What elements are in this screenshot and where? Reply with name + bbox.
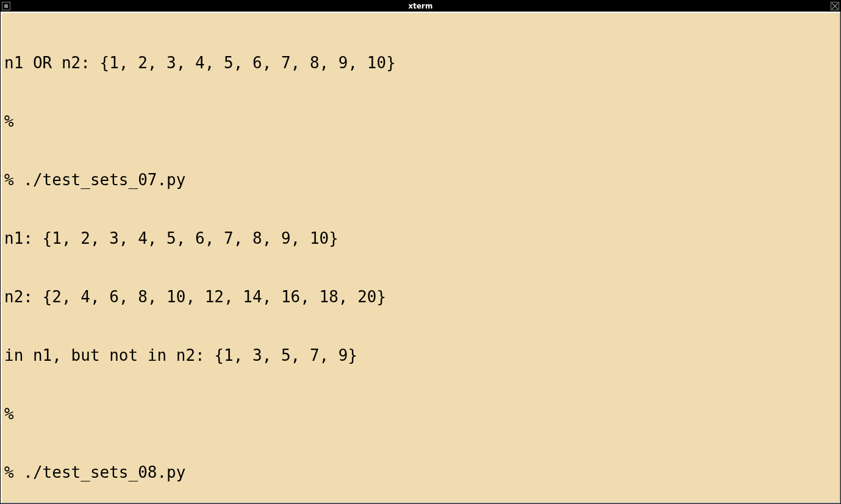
terminal-line: % ./test_sets_08.py (4, 463, 837, 482)
terminal-line: % (4, 404, 837, 424)
terminal-window: xterm n1 OR n2: {1, 2, 3, 4, 5, 6, 7, 8,… (0, 0, 841, 504)
terminal-line: n2: {2, 4, 6, 8, 10, 12, 14, 16, 18, 20} (4, 287, 837, 307)
terminal-line: % (4, 112, 837, 131)
window-title: xterm (408, 2, 432, 10)
terminal-line: n1: {1, 2, 3, 4, 5, 6, 7, 8, 9, 10} (4, 229, 837, 248)
terminal-pane[interactable]: n1 OR n2: {1, 2, 3, 4, 5, 6, 7, 8, 9, 10… (1, 12, 840, 503)
terminal-line: n1 OR n2: {1, 2, 3, 4, 5, 6, 7, 8, 9, 10… (4, 53, 837, 73)
close-icon[interactable] (831, 2, 839, 10)
titlebar[interactable]: xterm (1, 1, 840, 12)
terminal-line: in n1, but not in n2: {1, 3, 5, 7, 9} (4, 346, 837, 365)
window-menu-icon[interactable] (2, 2, 10, 10)
terminal-line: % ./test_sets_07.py (4, 170, 837, 190)
